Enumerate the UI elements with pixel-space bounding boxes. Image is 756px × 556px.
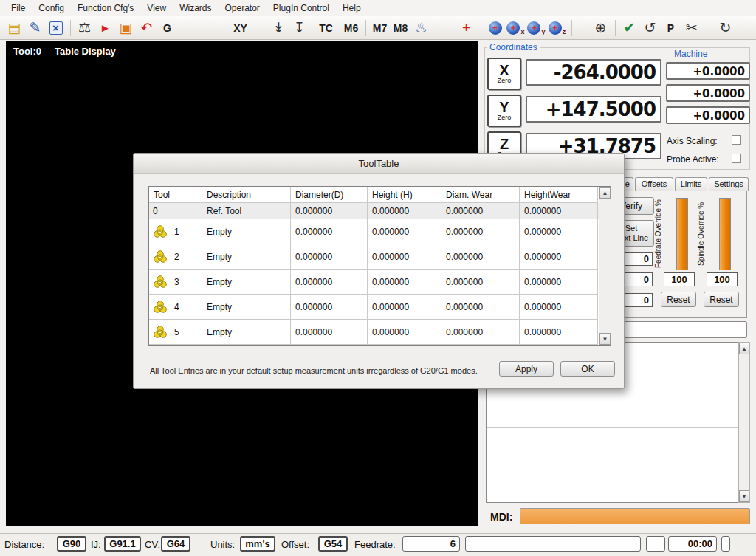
- cell-diam-wear[interactable]: 0.000000: [441, 244, 520, 270]
- cell-height[interactable]: 0.000000: [368, 320, 441, 345]
- menu-file[interactable]: File: [4, 1, 32, 16]
- menu-config[interactable]: Config: [32, 1, 71, 16]
- p-button[interactable]: P: [661, 18, 681, 38]
- dialog-title[interactable]: ToolTable: [134, 154, 624, 174]
- cell-height-wear[interactable]: 0.000000: [520, 244, 598, 270]
- refresh-icon[interactable]: ↻: [715, 18, 735, 38]
- lower-to-bar-icon[interactable]: ↧: [289, 18, 309, 38]
- cell-description[interactable]: Empty: [202, 219, 291, 244]
- y-zero-button[interactable]: Y Zero: [487, 95, 521, 127]
- lower-chevron-icon[interactable]: ↡: [269, 18, 289, 38]
- cell-description[interactable]: Empty: [202, 244, 291, 270]
- spindle-override-bar[interactable]: [719, 198, 731, 270]
- tool-table-row[interactable]: 5 Empty 0.000000 0.000000 0.000000 0.000…: [149, 320, 599, 345]
- x-machine-dro[interactable]: +0.0000: [666, 62, 750, 80]
- edit-file-icon[interactable]: ✎: [25, 18, 45, 38]
- coolant-icon[interactable]: ♨: [411, 18, 431, 38]
- menu-view[interactable]: View: [140, 1, 173, 16]
- m7-button[interactable]: M7: [370, 18, 390, 38]
- spindle-reset-button[interactable]: Reset: [704, 292, 739, 307]
- close-file-icon[interactable]: ×: [46, 18, 66, 38]
- axis-scaling-checkbox[interactable]: [732, 135, 741, 145]
- goto-zero-icon[interactable]: ⊕: [591, 18, 611, 38]
- gcode-button[interactable]: G: [157, 18, 177, 38]
- tab-limits[interactable]: Limits: [675, 177, 707, 191]
- spindle-override-value[interactable]: 100: [707, 272, 738, 286]
- cell-diameter[interactable]: 0.000000: [291, 244, 368, 270]
- cell-diameter[interactable]: 0.000000: [291, 219, 368, 244]
- z-machine-dro[interactable]: +0.0000: [666, 106, 750, 124]
- menu-wizards[interactable]: Wizards: [173, 1, 218, 16]
- cell-height-wear[interactable]: 0.000000: [520, 219, 598, 244]
- machine-coords-y-button[interactable]: +y: [526, 18, 546, 38]
- menu-function-cfgs[interactable]: Function Cfg's: [71, 1, 140, 16]
- cell-description[interactable]: Empty: [202, 320, 291, 345]
- cell-height-wear[interactable]: 0.000000: [520, 203, 598, 219]
- scales-icon[interactable]: ⚖: [75, 18, 94, 38]
- cell-height[interactable]: 0.000000: [368, 219, 441, 244]
- cv-mode-box[interactable]: G64: [161, 536, 190, 552]
- machine-coords-z-button[interactable]: +z: [547, 18, 567, 38]
- tool-table-row[interactable]: 2 Empty 0.000000 0.000000 0.000000 0.000…: [149, 244, 599, 270]
- feedrate-box[interactable]: 6: [402, 536, 460, 552]
- cell-diam-wear[interactable]: 0.000000: [441, 270, 520, 295]
- cell-diameter[interactable]: 0.000000: [291, 295, 368, 320]
- cell-diam-wear[interactable]: 0.000000: [441, 203, 520, 219]
- cell-description[interactable]: Empty: [202, 295, 291, 320]
- cell-height-wear[interactable]: 0.000000: [520, 270, 598, 295]
- cell-height-wear[interactable]: 0.000000: [520, 320, 598, 345]
- y-dro[interactable]: +147.5000: [526, 96, 662, 123]
- machine-coords-x-button[interactable]: +x: [506, 18, 526, 38]
- gcode-scrollbar[interactable]: ▲ ▼: [738, 342, 750, 503]
- cell-diam-wear[interactable]: 0.000000: [441, 320, 520, 345]
- scroll-up-icon[interactable]: ▲: [739, 343, 749, 354]
- cell-diam-wear[interactable]: 0.000000: [441, 295, 520, 320]
- apply-button[interactable]: Apply: [499, 361, 554, 377]
- mdi-input[interactable]: [520, 508, 750, 524]
- menu-operator[interactable]: Operator: [219, 1, 267, 16]
- ref-all-home-icon[interactable]: +: [456, 18, 476, 38]
- tool-table-row[interactable]: 0 Ref. Tool 0.000000 0.000000 0.000000 0…: [149, 203, 599, 219]
- scroll-track[interactable]: [739, 354, 749, 490]
- shield-icon[interactable]: ✔: [619, 18, 639, 38]
- cell-description[interactable]: Empty: [202, 270, 291, 295]
- cell-height[interactable]: 0.000000: [368, 270, 441, 295]
- cell-diam-wear[interactable]: 0.000000: [441, 219, 520, 244]
- tool-table-row[interactable]: 4 Empty 0.000000 0.000000 0.000000 0.000…: [149, 295, 599, 320]
- table-scroll-up-icon[interactable]: ▲: [599, 187, 611, 199]
- cell-height-wear[interactable]: 0.000000: [520, 295, 598, 320]
- feedrate-reset-button[interactable]: Reset: [661, 292, 696, 307]
- machine-coords-button[interactable]: +: [485, 18, 505, 38]
- override-field-3[interactable]: 0: [625, 293, 653, 307]
- units-box[interactable]: mm's: [240, 536, 275, 552]
- distance-mode-box[interactable]: G90: [57, 536, 86, 552]
- menu-plugin-control[interactable]: PlugIn Control: [267, 1, 336, 16]
- table-scroll-down-icon[interactable]: ▼: [599, 333, 611, 345]
- probe-active-checkbox[interactable]: [732, 154, 741, 163]
- table-scrollbar[interactable]: ▲ ▼: [599, 187, 611, 345]
- toolchange-button[interactable]: TC: [316, 18, 336, 38]
- cell-height[interactable]: 0.000000: [368, 244, 441, 270]
- tool-table-row[interactable]: 3 Empty 0.000000 0.000000 0.000000 0.000…: [149, 270, 599, 295]
- display-mode-icon[interactable]: ▣: [116, 18, 136, 38]
- tool-table-row[interactable]: 1 Empty 0.000000 0.000000 0.000000 0.000…: [149, 219, 599, 244]
- cell-height[interactable]: 0.000000: [368, 295, 441, 320]
- tab-settings[interactable]: Settings: [709, 177, 749, 191]
- x-zero-button[interactable]: X Zero: [487, 58, 521, 90]
- feedrate-override-bar[interactable]: [676, 198, 688, 270]
- jog-pointer-icon[interactable]: ►: [95, 18, 115, 38]
- override-field-1[interactable]: 0: [625, 252, 653, 266]
- cell-diameter[interactable]: 0.000000: [291, 203, 368, 219]
- offset-box[interactable]: G54: [318, 536, 348, 552]
- cell-diameter[interactable]: 0.000000: [291, 270, 368, 295]
- scroll-down-icon[interactable]: ▼: [739, 490, 749, 502]
- table-scroll-track[interactable]: [599, 199, 611, 333]
- open-file-icon[interactable]: ▤: [4, 18, 24, 38]
- rotate-icon[interactable]: ↺: [640, 18, 660, 38]
- ij-mode-box[interactable]: G91.1: [104, 536, 141, 552]
- override-field-2[interactable]: 0: [625, 272, 653, 286]
- xy-coords-button[interactable]: XY: [230, 18, 250, 38]
- cut-icon[interactable]: ✂: [681, 18, 701, 38]
- regen-icon[interactable]: ↶: [137, 18, 157, 38]
- ok-button[interactable]: OK: [560, 361, 615, 377]
